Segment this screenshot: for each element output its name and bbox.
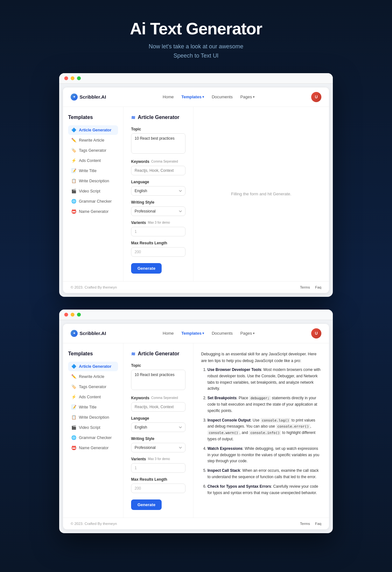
list-item-5: Inspect Call Stack: When an error occurs… <box>207 468 321 480</box>
variants-input-1[interactable] <box>131 227 186 236</box>
close-dot <box>64 76 68 80</box>
sidebar-item-label: Ads Content <box>79 395 101 399</box>
avatar-1[interactable]: U <box>311 92 321 102</box>
sidebar-item-ads-2[interactable]: ⚡ Ads Content <box>68 392 118 402</box>
sidebar-item-description[interactable]: 📋 Write Description <box>68 176 118 186</box>
sidebar-item-label: Write Title <box>79 405 96 409</box>
copyright-1: © 2023. Crafted By themeyn <box>71 285 117 289</box>
list-item-2: Set Breakpoints: Place debugger; stateme… <box>207 395 321 414</box>
sidebar-title-1: Templates <box>68 115 118 120</box>
keywords-badge-2: Comma Seperated <box>151 396 178 400</box>
nav-home-1[interactable]: Home <box>163 94 174 99</box>
description-icon-2: 📋 <box>71 415 76 420</box>
nav-pages-1[interactable]: Pages ▾ <box>240 94 255 99</box>
sidebar-item-label: Write Description <box>79 179 109 183</box>
language-group-1: Language English <box>131 180 186 196</box>
sidebar-item-label: Ads Content <box>79 158 101 163</box>
sidebar-item-rewrite-2[interactable]: ✏️ Rewrite Article <box>68 372 118 381</box>
sidebar-2: Templates 🔷 Article Generator ✏️ Rewrite… <box>63 343 123 518</box>
sidebar-item-label: Name Generator <box>79 209 108 214</box>
variants-group-1: Varients Max 3 for demo <box>131 220 186 236</box>
sidebar-item-rewrite[interactable]: ✏️ Rewrite Article <box>68 136 118 145</box>
ads-icon: ⚡ <box>71 158 76 163</box>
sidebar-item-title[interactable]: 📝 Write Title <box>68 166 118 176</box>
navbar-links-1: Home Templates ▾ Documents Pages ▾ <box>163 94 255 99</box>
avatar-2[interactable]: U <box>311 328 321 338</box>
language-select-1[interactable]: English <box>131 186 186 196</box>
keywords-input-1[interactable] <box>131 166 186 175</box>
sidebar-item-label: Tags Generator <box>79 385 106 389</box>
hero-subtitle: Now let's take a look at our awesome Spe… <box>149 42 243 60</box>
list-item-4: Watch Expressions: While debugging, set … <box>207 446 321 464</box>
navbar-links-2: Home Templates ▾ Documents Pages ▾ <box>163 331 255 336</box>
output-list: Use Browser Developer Tools: Most modern… <box>201 367 321 496</box>
brand-icon-1: ✦ <box>71 94 78 101</box>
maxlength-group-1: Max Results Length <box>131 241 186 257</box>
output-text-2: Debugging is an essential skill for any … <box>201 351 321 499</box>
topic-group-2: Topic 10 React best practices <box>131 363 186 391</box>
name-icon-2: 📛 <box>71 445 76 450</box>
sidebar-item-label: Tags Generator <box>79 148 106 153</box>
keywords-group-2: Keywords Comma Seperated <box>131 396 186 412</box>
sidebar-item-article-generator-2[interactable]: 🔷 Article Generator <box>68 362 118 371</box>
sidebar-1: Templates 🔷 Article Generator ✏️ Rewrite… <box>63 107 123 281</box>
main-content-1: Templates 🔷 Article Generator ✏️ Rewrite… <box>63 107 329 281</box>
keywords-label-2: Keywords Comma Seperated <box>131 396 186 400</box>
keywords-group-1: Keywords Comma Seperated <box>131 159 186 175</box>
faq-link-2[interactable]: Faq <box>315 522 321 526</box>
nav-templates-1[interactable]: Templates ▾ <box>181 94 204 99</box>
footer-2: © 2023. Crafted By themeyn Terms Faq <box>63 518 329 529</box>
variants-group-2: Varients Max 3 for demo <box>131 457 186 473</box>
terms-link-1[interactable]: Terms <box>300 285 310 289</box>
form-panel-1: ≋ Article Generator Topic 10 React best … <box>123 107 193 281</box>
title-icon-2: 📝 <box>71 405 76 410</box>
rewrite-icon: ✏️ <box>71 138 76 143</box>
faq-link-1[interactable]: Faq <box>315 285 321 289</box>
sidebar-item-grammar[interactable]: 🌐 Grammar Checker <box>68 197 118 206</box>
sidebar-item-video[interactable]: 🎬 Video Script <box>68 186 118 196</box>
grammar-icon-2: 🌐 <box>71 435 76 440</box>
sidebar-item-label: Video Script <box>79 425 100 430</box>
navbar-2: ✦ Scribbler.AI Home Templates ▾ Document… <box>63 324 329 343</box>
sidebar-item-title-2[interactable]: 📝 Write Title <box>68 402 118 412</box>
sidebar-item-tags-2[interactable]: 🏷️ Tags Generator <box>68 382 118 392</box>
maxlength-input-1[interactable] <box>131 247 186 257</box>
sidebar-item-name-2[interactable]: 📛 Name Generator <box>68 443 118 453</box>
main-content-2: Templates 🔷 Article Generator ✏️ Rewrite… <box>63 343 329 518</box>
topic-input-2[interactable]: 10 React best practices <box>131 370 186 390</box>
nav-documents-1[interactable]: Documents <box>212 94 233 99</box>
style-select-2[interactable]: Professional <box>131 443 186 452</box>
sidebar-item-grammar-2[interactable]: 🌐 Grammar Checker <box>68 433 118 443</box>
panel-icon-1: ≋ <box>131 115 135 121</box>
sidebar-item-article-generator[interactable]: 🔷 Article Generator <box>68 125 118 135</box>
sidebar-item-ads[interactable]: ⚡ Ads Content <box>68 156 118 165</box>
sidebar-item-tags[interactable]: 🏷️ Tags Generator <box>68 146 118 155</box>
grammar-icon: 🌐 <box>71 199 76 204</box>
language-select-2[interactable]: English <box>131 422 186 432</box>
terms-link-2[interactable]: Terms <box>300 522 310 526</box>
language-label-1: Language <box>131 180 186 184</box>
sidebar-item-description-2[interactable]: 📋 Write Description <box>68 413 118 422</box>
nav-templates-2[interactable]: Templates ▾ <box>181 331 204 336</box>
variants-label-1: Varients Max 3 for demo <box>131 220 186 225</box>
brand-2: ✦ Scribbler.AI <box>71 330 106 337</box>
variants-input-2[interactable] <box>131 463 186 473</box>
brand-name-1: Scribbler.AI <box>80 94 106 100</box>
keywords-input-2[interactable] <box>131 402 186 412</box>
variants-badge-2: Max 3 for demo <box>148 457 170 461</box>
sidebar-item-video-2[interactable]: 🎬 Video Script <box>68 423 118 432</box>
tags-icon-2: 🏷️ <box>71 384 76 389</box>
sidebar-item-name[interactable]: 📛 Name Generator <box>68 207 118 216</box>
nav-documents-2[interactable]: Documents <box>212 331 233 336</box>
maxlength-input-2[interactable] <box>131 484 186 493</box>
nav-pages-2[interactable]: Pages ▾ <box>240 331 255 336</box>
sidebar-item-label: Grammar Checker <box>79 436 112 440</box>
output-panel-1: Filling the form and hit Generate. <box>193 107 329 281</box>
style-select-1[interactable]: Professional <box>131 206 186 216</box>
generate-button-1[interactable]: Generate <box>131 263 162 274</box>
language-label-2: Language <box>131 416 186 421</box>
generate-button-2[interactable]: Generate <box>131 499 162 510</box>
browser-chrome-2 <box>59 310 333 320</box>
topic-input-1[interactable]: 10 React best practices <box>131 133 186 154</box>
nav-home-2[interactable]: Home <box>163 331 174 336</box>
